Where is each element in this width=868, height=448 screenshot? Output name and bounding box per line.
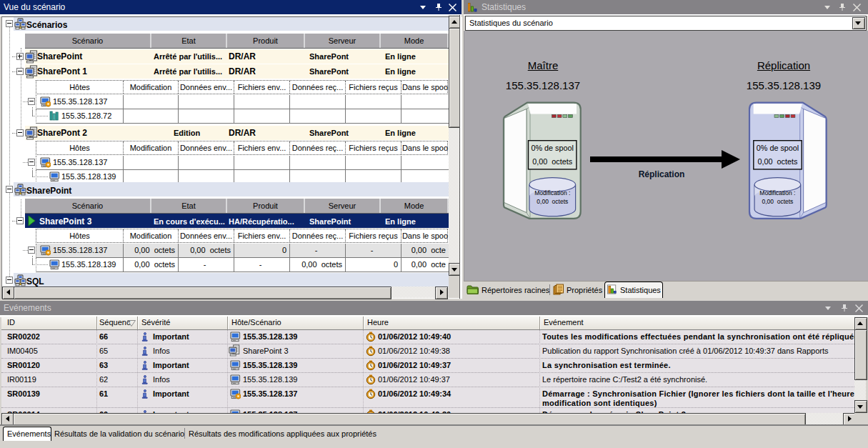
svg-text:0,00 octets: 0,00 octets	[762, 198, 793, 205]
svg-text:0% de spool: 0% de spool	[531, 144, 573, 152]
svg-text:0,00 octets: 0,00 octets	[537, 198, 568, 205]
svg-text:Modification :: Modification :	[534, 189, 570, 196]
svg-text:Modification :: Modification :	[759, 189, 795, 196]
svg-text:0,00 octets: 0,00 octets	[758, 157, 798, 166]
svg-text:0% de spool: 0% de spool	[757, 144, 799, 152]
svg-text:0,00 octets: 0,00 octets	[532, 157, 572, 166]
